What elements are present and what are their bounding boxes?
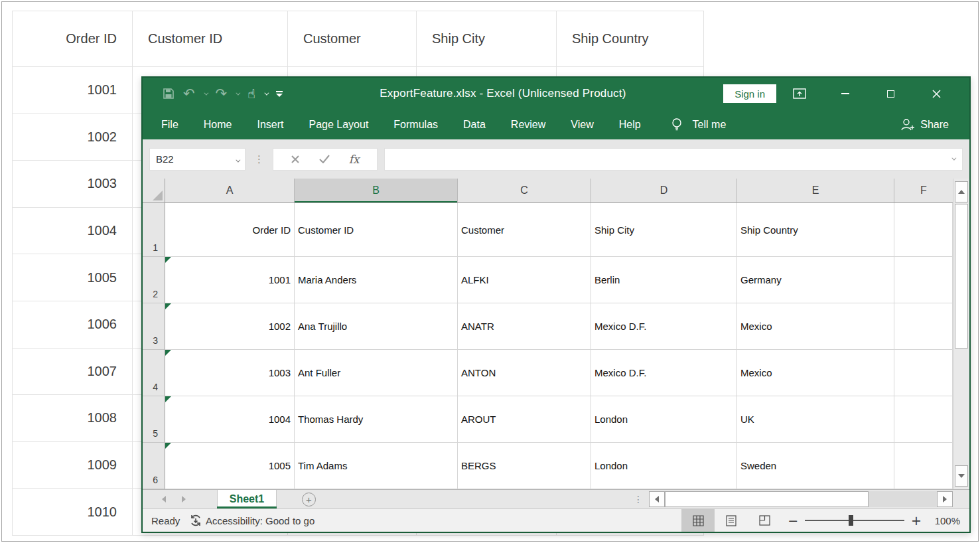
accessibility-status[interactable]: Accessibility: Good to go: [189, 514, 315, 527]
tab-scroll-splitter[interactable]: ⋮: [634, 498, 643, 501]
cell-e4[interactable]: Mexico: [737, 350, 894, 396]
maximize-button[interactable]: [868, 78, 914, 110]
previous-sheet-icon[interactable]: [162, 496, 166, 503]
ribbon-display-options-button[interactable]: [776, 78, 822, 110]
tab-insert[interactable]: Insert: [244, 119, 296, 131]
row-header-2[interactable]: 2: [143, 257, 165, 303]
redo-dropdown-icon[interactable]: [236, 90, 241, 95]
cell-e5[interactable]: UK: [737, 396, 894, 443]
close-button[interactable]: [914, 78, 959, 110]
tab-page-layout[interactable]: Page Layout: [296, 119, 381, 131]
cell-f1[interactable]: [894, 203, 953, 257]
cell-a6[interactable]: 1005: [165, 443, 295, 489]
zoom-out-button[interactable]: −: [781, 513, 805, 528]
cell-c6[interactable]: BERGS: [458, 443, 591, 489]
scroll-down-button[interactable]: [955, 465, 968, 487]
name-box[interactable]: B22: [149, 148, 245, 171]
page-break-preview-button[interactable]: [748, 509, 781, 532]
cell-b3[interactable]: Ana Trujillo: [295, 303, 458, 350]
next-sheet-icon[interactable]: [182, 496, 186, 503]
undo-dropdown-icon[interactable]: [204, 90, 208, 95]
cell-b4[interactable]: Ant Fuller: [295, 350, 458, 396]
tab-help[interactable]: Help: [606, 119, 654, 131]
zoom-slider[interactable]: [805, 515, 904, 526]
cell-a5[interactable]: 1004: [165, 396, 295, 443]
touch-mode-icon[interactable]: ☝: [247, 86, 255, 101]
cell-d4[interactable]: Mexico D.F.: [591, 350, 737, 396]
cell-a4[interactable]: 1003: [165, 350, 295, 396]
share-button[interactable]: Share: [900, 118, 969, 131]
cell-e6[interactable]: Sweden: [737, 443, 894, 489]
cell-a2[interactable]: 1001: [165, 257, 295, 303]
cell-b6[interactable]: Tim Adams: [295, 443, 458, 489]
column-header-a[interactable]: A: [165, 179, 295, 202]
cell-d3[interactable]: Mexico D.F.: [591, 303, 737, 350]
horizontal-scrollbar-thumb[interactable]: [665, 491, 869, 507]
formula-bar-expand-icon[interactable]: [951, 156, 956, 161]
normal-view-button[interactable]: [681, 509, 715, 532]
cell-a3[interactable]: 1002: [165, 303, 295, 350]
formula-input[interactable]: [384, 148, 963, 171]
cell-f4[interactable]: [894, 350, 953, 396]
cell-e1[interactable]: Ship Country: [737, 203, 894, 257]
tab-data[interactable]: Data: [451, 119, 498, 131]
page-layout-view-button[interactable]: [715, 509, 748, 532]
scroll-right-button[interactable]: [937, 491, 953, 507]
cell-f2[interactable]: [894, 257, 953, 303]
cell-d1[interactable]: Ship City: [591, 203, 737, 257]
name-box-dropdown-icon[interactable]: [236, 153, 239, 165]
cell-a1[interactable]: Order ID: [165, 203, 295, 257]
tab-review[interactable]: Review: [498, 119, 558, 131]
cell-d2[interactable]: Berlin: [591, 257, 737, 303]
tab-formulas[interactable]: Formulas: [381, 119, 451, 131]
minimize-button[interactable]: [822, 78, 868, 110]
customize-qat-icon[interactable]: [276, 91, 283, 97]
cell-c1[interactable]: Customer: [458, 203, 591, 257]
cell-f3[interactable]: [894, 303, 953, 350]
cell-e2[interactable]: Germany: [737, 257, 894, 303]
save-icon[interactable]: [163, 88, 175, 100]
tab-home[interactable]: Home: [191, 119, 245, 131]
cell-d6[interactable]: London: [591, 443, 737, 489]
formula-bar-separator[interactable]: ⋮: [254, 155, 264, 163]
sheet-tab-sheet1[interactable]: Sheet1: [217, 490, 277, 508]
cancel-entry-icon[interactable]: [291, 155, 300, 164]
redo-icon[interactable]: ↷: [216, 87, 228, 101]
new-sheet-button[interactable]: +: [302, 493, 316, 506]
cell-f5[interactable]: [894, 396, 953, 443]
vertical-scrollbar[interactable]: [953, 179, 969, 489]
vertical-scrollbar-thumb[interactable]: [955, 204, 968, 349]
scroll-left-button[interactable]: [649, 491, 665, 507]
column-header-f[interactable]: F: [894, 179, 953, 202]
sign-in-button[interactable]: Sign in: [723, 84, 776, 103]
select-all-button[interactable]: [143, 179, 165, 202]
zoom-level[interactable]: 100%: [928, 515, 969, 526]
cell-c3[interactable]: ANATR: [458, 303, 591, 350]
cell-b5[interactable]: Thomas Hardy: [295, 396, 458, 443]
column-header-e[interactable]: E: [737, 179, 894, 202]
row-header-4[interactable]: 4: [143, 350, 165, 396]
zoom-slider-thumb[interactable]: [849, 515, 853, 526]
tab-view[interactable]: View: [558, 119, 606, 131]
row-header-5[interactable]: 5: [143, 396, 165, 443]
row-header-1[interactable]: 1: [143, 203, 165, 257]
cell-b1[interactable]: Customer ID: [295, 203, 458, 257]
insert-function-icon[interactable]: fx: [349, 153, 360, 166]
cell-c2[interactable]: ALFKI: [458, 257, 591, 303]
column-header-d[interactable]: D: [591, 179, 737, 202]
cell-d5[interactable]: London: [591, 396, 737, 443]
cell-b2[interactable]: Maria Anders: [295, 257, 458, 303]
cell-c4[interactable]: ANTON: [458, 350, 591, 396]
horizontal-scrollbar[interactable]: [649, 491, 953, 507]
cell-e3[interactable]: Mexico: [737, 303, 894, 350]
undo-icon[interactable]: ↶: [183, 87, 195, 101]
cell-f6[interactable]: [894, 443, 953, 489]
column-header-b-selected[interactable]: B: [295, 179, 458, 202]
tell-me-button[interactable]: Tell me: [671, 117, 727, 132]
row-header-6[interactable]: 6: [143, 443, 165, 489]
touch-mode-dropdown-icon[interactable]: [264, 90, 269, 95]
column-header-c[interactable]: C: [458, 179, 591, 202]
zoom-in-button[interactable]: +: [904, 513, 928, 528]
scroll-up-button[interactable]: [955, 181, 968, 202]
confirm-entry-icon[interactable]: [319, 155, 330, 163]
